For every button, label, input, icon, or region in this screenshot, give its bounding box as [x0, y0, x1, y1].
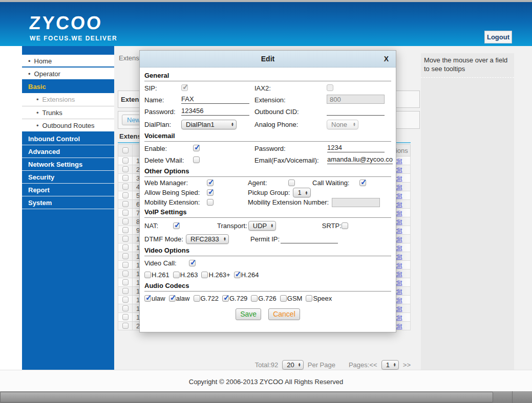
section-other-options: Other Options	[144, 166, 391, 177]
prev-page-link[interactable]: <<	[369, 361, 377, 369]
next-page-link[interactable]: >>	[403, 361, 411, 369]
h264-label: H.264	[241, 271, 259, 279]
sidebar-item-outbound-routes[interactable]: •Outbound Routes	[22, 119, 114, 131]
section-general: General	[144, 71, 391, 81]
mobility-ext-label: Mobility Extension:	[144, 198, 207, 206]
sidebar-item-advanced[interactable]: Advanced	[22, 145, 114, 158]
outbound-cid-input[interactable]	[327, 107, 385, 116]
row-checkbox[interactable]	[122, 297, 129, 303]
pickup-group-label: Pickup Group:	[248, 189, 290, 196]
horizontal-scrollbar[interactable]	[0, 391, 532, 403]
section-voip: VoIP Settings	[144, 207, 391, 218]
ulaw-checkbox[interactable]	[144, 295, 151, 302]
row-checkbox[interactable]	[122, 210, 129, 216]
row-checkbox[interactable]	[122, 253, 129, 259]
row-checkbox[interactable]	[122, 288, 129, 294]
h261-checkbox[interactable]	[144, 272, 151, 278]
sidebar-item-inbound-control[interactable]: Inbound Control	[22, 132, 114, 145]
vm-enable-checkbox[interactable]	[193, 145, 200, 151]
sidebar-item-report[interactable]: Report	[22, 184, 114, 196]
row-checkbox[interactable]	[122, 262, 129, 268]
row-checkbox[interactable]	[122, 323, 129, 329]
permit-ip-label: Permit IP:	[250, 235, 280, 243]
vm-password-input[interactable]: 1234	[327, 144, 385, 152]
allow-spied-checkbox[interactable]	[207, 189, 214, 196]
mobility-ext-checkbox[interactable]	[207, 199, 214, 206]
transport-select[interactable]: UDP▲▼	[248, 221, 276, 231]
iax2-label: IAX2:	[254, 84, 327, 92]
row-checkbox[interactable]	[122, 184, 129, 190]
h263plus-checkbox[interactable]	[201, 272, 208, 278]
row-checkbox[interactable]	[122, 201, 129, 207]
cancel-button[interactable]: Cancel	[268, 308, 300, 320]
dtmf-select[interactable]: RFC2833▲▼	[186, 234, 229, 244]
bullet-icon: •	[28, 57, 31, 65]
g722-checkbox[interactable]	[194, 295, 200, 302]
h264-checkbox[interactable]	[234, 272, 241, 278]
alaw-label: alaw	[176, 295, 190, 302]
sidebar-item-network-settings[interactable]: Network Settings	[22, 158, 114, 171]
speex-checkbox[interactable]	[306, 295, 312, 302]
vm-password-label: Password:	[254, 145, 327, 152]
srtp-checkbox[interactable]	[342, 222, 348, 229]
select-all-checkbox[interactable]	[122, 147, 129, 153]
password-input[interactable]: 123456	[181, 107, 249, 116]
email-input[interactable]: amanda.liu@zycoo.com	[327, 155, 393, 164]
close-icon[interactable]: X	[384, 55, 389, 63]
sidebar-item-trunks[interactable]: •Trunks	[22, 106, 114, 119]
per-page-select[interactable]: 20▲▼	[282, 360, 303, 370]
nat-label: NAT:	[144, 222, 173, 230]
logout-button[interactable]: Logout	[484, 31, 512, 43]
sidebar-item-operator[interactable]: •Operator	[22, 68, 114, 80]
mobility-num-label: Mobility Extension Number:	[248, 198, 329, 206]
row-checkbox[interactable]	[122, 271, 129, 277]
h261-label: H.261	[152, 271, 169, 279]
section-video: Video Options	[144, 245, 391, 256]
row-checkbox[interactable]	[122, 236, 129, 242]
alaw-checkbox[interactable]	[169, 295, 176, 302]
row-checkbox[interactable]	[122, 166, 129, 172]
sidebar: •Home •Operator Basic •Extensions •Trunk…	[22, 46, 114, 370]
sidebar-item-extensions[interactable]: •Extensions	[22, 93, 114, 106]
row-checkbox[interactable]	[122, 175, 129, 181]
call-waiting-checkbox[interactable]	[359, 180, 366, 186]
video-call-checkbox[interactable]	[189, 260, 196, 266]
h263-label: H.263	[180, 271, 198, 279]
permit-ip-input[interactable]	[281, 235, 338, 243]
row-checkbox[interactable]	[122, 305, 129, 311]
sip-checkbox[interactable]	[181, 84, 188, 91]
row-checkbox[interactable]	[122, 218, 129, 225]
row-checkbox[interactable]	[122, 192, 129, 198]
sidebar-item-basic[interactable]: Basic	[22, 80, 114, 93]
sidebar-item-home[interactable]: •Home	[22, 55, 114, 68]
page-select[interactable]: 1▲▼	[381, 360, 399, 370]
g726-checkbox[interactable]	[251, 295, 258, 302]
dialplan-select[interactable]: DialPlan1▲▼	[181, 120, 237, 129]
pickup-group-select[interactable]: 1▲▼	[293, 188, 310, 197]
scrollbar-thumb[interactable]	[0, 392, 493, 402]
row-checkbox[interactable]	[122, 314, 129, 320]
row-checkbox[interactable]	[122, 158, 129, 164]
h263-checkbox[interactable]	[173, 272, 180, 278]
logo-tagline: WE FOCUS.WE DELIVER	[30, 35, 117, 42]
iax2-checkbox[interactable]	[327, 84, 333, 91]
sidebar-item-security[interactable]: Security	[22, 171, 114, 184]
gsm-checkbox[interactable]	[280, 295, 287, 302]
row-checkbox[interactable]	[122, 279, 129, 285]
extension-input[interactable]: 800	[327, 95, 385, 104]
edit-dialog: Edit X General SIP: IAX2: Name: FAX Exte…	[139, 50, 396, 332]
delete-vmail-checkbox[interactable]	[193, 156, 200, 163]
g722-label: G.722	[201, 295, 219, 302]
row-checkbox[interactable]	[122, 244, 129, 251]
analog-phone-select[interactable]: None▲▼	[327, 120, 358, 129]
save-button[interactable]: Save	[236, 308, 261, 320]
g729-checkbox[interactable]	[222, 295, 229, 302]
agent-checkbox[interactable]	[288, 180, 295, 186]
mobility-num-input[interactable]	[332, 198, 380, 207]
row-checkbox[interactable]	[122, 227, 129, 233]
sidebar-item-system[interactable]: System	[22, 196, 114, 209]
nat-checkbox[interactable]	[173, 222, 180, 229]
name-input[interactable]: FAX	[181, 95, 249, 104]
dialplan-label: DialPlan:	[144, 121, 181, 128]
web-manager-checkbox[interactable]	[207, 180, 214, 186]
